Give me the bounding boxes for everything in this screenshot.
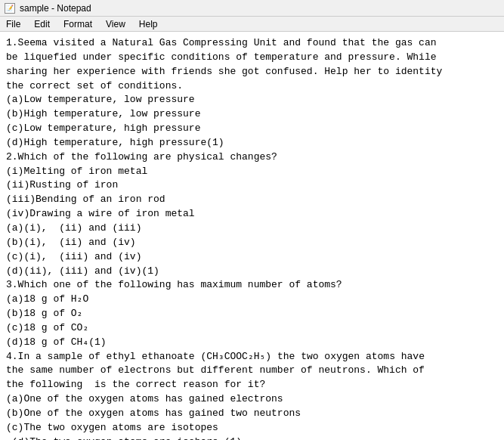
menu-edit[interactable]: Edit [31, 19, 53, 29]
menu-format[interactable]: Format [60, 19, 95, 29]
menu-help[interactable]: Help [136, 19, 161, 29]
menu-bar: File Edit Format View Help [0, 17, 504, 32]
title-bar: 📝 sample - Notepad [0, 0, 504, 17]
title-bar-title: sample - Notepad [20, 3, 91, 14]
editor-area[interactable]: 1.Seema visited a Natural Gas Compressin… [0, 32, 504, 440]
menu-file[interactable]: File [3, 19, 23, 29]
title-bar-icon: 📝 [5, 3, 15, 14]
menu-view[interactable]: View [103, 19, 128, 29]
